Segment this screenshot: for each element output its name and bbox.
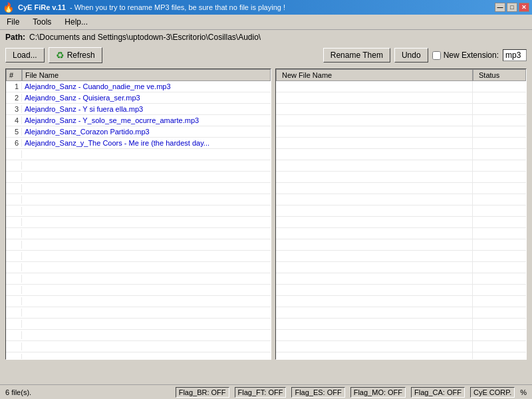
flag-mo: Flag_MO: OFF [350,387,406,398]
flag-ft: Flag_FT: OFF [235,387,287,398]
title-subtitle: - When you try to rename MP3 files, be s… [70,3,285,11]
result-header: New File Name Status [276,69,526,81]
file-list-empty-row [6,251,271,262]
path-label: Path: [5,33,25,42]
result-row [276,296,526,307]
path-value: C:\Documents and Settings\uptodown-3\Esc… [29,33,261,42]
file-name: Alejandro_Sanz_Corazon Partido.mp3 [22,128,150,136]
flag-es: Flag_ES: OFF [291,387,344,398]
file-list-row[interactable]: 5Alejandro_Sanz_Corazon Partido.mp3 [6,126,271,138]
undo-button[interactable]: Undo [394,48,428,63]
result-row [276,352,526,359]
result-row [276,172,526,183]
result-row [276,239,526,251]
minimize-button[interactable]: — [495,3,505,12]
file-list-empty-row [6,307,271,319]
file-list-empty-row [6,239,271,251]
file-rows: 1Alejandro_Sanz - Cuando_nadie_me ve.mp3… [6,81,271,359]
file-list-empty-row [6,341,271,352]
rename-button[interactable]: Rename Them [323,48,390,63]
flag-br: Flag_BR: OFF [176,387,229,398]
file-list-row[interactable]: 4Alejandro_Sanz - Y_solo_se_me_ocurre_am… [6,115,271,126]
percent-label: % [520,388,527,396]
file-num: 6 [6,139,22,147]
right-panel-wrapper: New File Name Status [276,69,526,359]
result-row [276,273,526,285]
result-row [276,205,526,217]
new-extension-checkbox[interactable] [432,51,441,60]
result-row [276,341,526,352]
file-list-empty-row [6,296,271,307]
maximize-button[interactable]: □ [507,3,517,12]
refresh-icon: ♻ [56,50,65,61]
file-list-empty-row [6,330,271,341]
menu-bar: File Tools Help... [0,15,532,30]
file-list-wrapper: # File Name 1Alejandro_Sanz - Cuando_nad… [6,69,271,359]
toolbar-right: Rename Them Undo New Extension: [323,48,527,63]
file-num: 5 [6,128,22,136]
result-row [276,307,526,319]
col-filename-header: File Name [22,69,271,81]
file-list-empty-row [6,205,271,217]
result-row [276,228,526,239]
new-extension-text: New Extension: [444,51,499,60]
file-list-empty-row [6,262,271,273]
load-button[interactable]: Load... [5,48,45,63]
close-button[interactable]: ✕ [519,3,529,12]
file-num: 2 [6,94,22,102]
file-list-row[interactable]: 1Alejandro_Sanz - Cuando_nadie_me ve.mp3 [6,81,271,92]
result-row [276,251,526,262]
file-list-row[interactable]: 3Alejandro_Sanz - Y si fuera ella.mp3 [6,104,271,115]
app-title: CyE FiRe v.11 [18,3,66,11]
file-list-row[interactable]: 6Alejandro_Sanz_y_The Coors - Me ire (th… [6,138,271,149]
file-list-row[interactable]: 2Alejandro_Sanz - Quisiera_ser.mp3 [6,92,271,104]
col-num-header: # [6,69,22,81]
path-bar: Path: C:\Documents and Settings\uptodown… [0,30,532,45]
title-bar-left: 🔥 CyE FiRe v.11 - When you try to rename… [3,2,285,13]
result-row [276,262,526,273]
menu-file[interactable]: File [3,16,23,28]
file-list-empty-row [6,352,271,359]
main-content: # File Name 1Alejandro_Sanz - Cuando_nad… [0,66,532,362]
result-panel: New File Name Status [275,68,527,360]
corp-label: CyE CORP. [470,387,515,398]
file-name: Alejandro_Sanz - Y si fuera ella.mp3 [22,105,143,113]
result-row [276,115,526,126]
file-name: Alejandro_Sanz - Quisiera_ser.mp3 [22,94,140,102]
file-name: Alejandro_Sanz_y_The Coors - Me ire (the… [22,139,209,147]
file-num: 1 [6,82,22,90]
result-row [276,194,526,205]
file-list-empty-row [6,319,271,330]
result-row [276,104,526,115]
result-row [276,160,526,172]
menu-tools[interactable]: Tools [29,16,55,28]
file-list-empty-row [6,172,271,183]
file-list-empty-row [6,273,271,285]
result-row [276,138,526,149]
file-list-empty-row [6,160,271,172]
toolbar: Load... ♻ Refresh Rename Them Undo New E… [0,45,532,66]
file-list-empty-row [6,183,271,194]
extension-input[interactable] [503,49,527,61]
file-list-header: # File Name [6,69,271,81]
menu-help[interactable]: Help... [61,16,92,28]
status-bar: 6 file(s). Flag_BR: OFF Flag_FT: OFF Fla… [0,384,532,399]
toolbar-left: Load... ♻ Refresh [5,47,102,63]
result-row [276,126,526,138]
result-row [276,319,526,330]
result-row [276,183,526,194]
flag-ca: Flag_CA: OFF [411,387,465,398]
result-row [276,81,526,92]
result-rows [276,81,526,359]
new-extension-label: New Extension: [432,51,499,60]
file-list-empty-row [6,217,271,228]
file-name: Alejandro_Sanz - Cuando_nadie_me ve.mp3 [22,82,171,90]
col-status-header: Status [473,69,526,81]
refresh-button[interactable]: ♻ Refresh [49,47,102,63]
file-list-panel: # File Name 1Alejandro_Sanz - Cuando_nad… [5,68,271,360]
window-controls: — □ ✕ [495,3,529,12]
result-row [276,285,526,296]
refresh-label: Refresh [67,51,95,60]
file-list-empty-row [6,194,271,205]
file-num: 3 [6,105,22,113]
